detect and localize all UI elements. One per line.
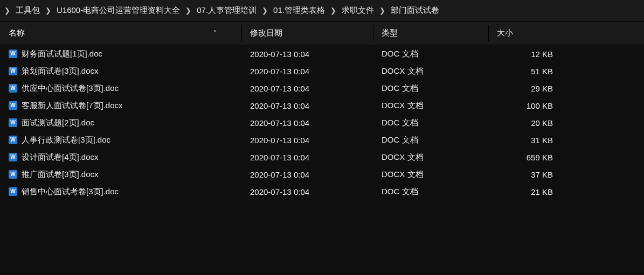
column-header-name[interactable]: 名称 ˄: [0, 22, 241, 45]
file-size: 31 KB: [488, 131, 574, 149]
file-date: 2020-07-13 0:04: [241, 114, 373, 131]
column-headers: 名称 ˄ 修改日期 类型 大小: [0, 22, 644, 45]
empty-area: [0, 200, 644, 275]
file-type: DOCX 文档: [373, 62, 488, 80]
column-header-label: 类型: [382, 28, 398, 38]
word-file-icon: W: [9, 170, 17, 179]
file-name: 推广面试卷[3页].docx: [22, 170, 99, 180]
column-header-label: 大小: [497, 28, 513, 38]
file-size: 37 KB: [488, 166, 574, 183]
word-file-icon: W: [9, 101, 17, 110]
file-date: 2020-07-13 0:04: [241, 80, 373, 97]
file-type: DOC 文档: [373, 45, 488, 62]
file-size: 29 KB: [488, 80, 574, 97]
chevron-right-icon: ❯: [262, 6, 268, 15]
breadcrumb-item[interactable]: 工具包: [16, 5, 40, 16]
file-name: 设计面试卷[4页].docx: [22, 152, 99, 163]
chevron-right-icon: ❯: [4, 6, 10, 15]
file-name: 财务面试试题[1页].doc: [22, 49, 102, 59]
column-header-label: 名称: [9, 28, 25, 38]
chevron-right-icon: ❯: [45, 6, 51, 15]
file-size: 51 KB: [488, 62, 574, 80]
file-type: DOCX 文档: [373, 166, 488, 183]
file-row[interactable]: W 推广面试卷[3页].docx 2020-07-13 0:04 DOCX 文档…: [0, 166, 644, 183]
chevron-right-icon: ❯: [379, 6, 385, 15]
word-file-icon: W: [9, 50, 17, 58]
word-file-icon: W: [9, 187, 17, 196]
file-name: 供应中心面试试卷[3页].doc: [22, 83, 119, 94]
word-file-icon: W: [9, 67, 17, 75]
word-file-icon: W: [9, 136, 17, 144]
breadcrumb[interactable]: ❯ 工具包 ❯ U1600-电商公司运营管理资料大全 ❯ 07.人事管理培训 ❯…: [0, 0, 644, 22]
sort-ascending-icon: ˄: [213, 30, 217, 37]
file-row[interactable]: W 销售中心面试考卷[3页].doc 2020-07-13 0:04 DOC 文…: [0, 183, 644, 200]
breadcrumb-item[interactable]: 07.人事管理培训: [197, 5, 257, 16]
file-name: 策划面试卷[3页].docx: [22, 66, 99, 76]
file-row[interactable]: W 客服新人面试试卷[7页].docx 2020-07-13 0:04 DOCX…: [0, 97, 644, 114]
file-type: DOCX 文档: [373, 149, 488, 166]
file-type: DOC 文档: [373, 80, 488, 97]
file-row[interactable]: W 人事行政测试卷[3页].doc 2020-07-13 0:04 DOC 文档…: [0, 131, 644, 149]
column-header-size[interactable]: 大小: [488, 22, 574, 45]
file-size: 20 KB: [488, 114, 574, 131]
file-size: 21 KB: [488, 183, 574, 200]
file-row[interactable]: W 策划面试卷[3页].docx 2020-07-13 0:04 DOCX 文档…: [0, 62, 644, 80]
breadcrumb-item[interactable]: 部门面试试卷: [391, 5, 439, 16]
breadcrumb-item[interactable]: U1600-电商公司运营管理资料大全: [57, 5, 180, 16]
chevron-right-icon: ❯: [330, 6, 336, 15]
file-date: 2020-07-13 0:04: [241, 131, 373, 149]
word-file-icon: W: [9, 153, 17, 161]
file-date: 2020-07-13 0:04: [241, 97, 373, 114]
file-size: 12 KB: [488, 45, 574, 62]
file-date: 2020-07-13 0:04: [241, 149, 373, 166]
file-row[interactable]: W 供应中心面试试卷[3页].doc 2020-07-13 0:04 DOC 文…: [0, 80, 644, 97]
file-name: 人事行政测试卷[3页].doc: [22, 135, 110, 145]
breadcrumb-item[interactable]: 01.管理类表格: [273, 5, 325, 16]
file-name: 销售中心面试考卷[3页].doc: [22, 187, 119, 197]
file-row[interactable]: W 财务面试试题[1页].doc 2020-07-13 0:04 DOC 文档 …: [0, 45, 644, 62]
file-type: DOC 文档: [373, 183, 488, 200]
file-name: 客服新人面试试卷[7页].docx: [22, 101, 123, 111]
file-list: W 财务面试试题[1页].doc 2020-07-13 0:04 DOC 文档 …: [0, 45, 644, 200]
column-header-label: 修改日期: [250, 28, 282, 38]
file-date: 2020-07-13 0:04: [241, 166, 373, 183]
column-header-type[interactable]: 类型: [373, 22, 488, 45]
file-date: 2020-07-13 0:04: [241, 45, 373, 62]
file-type: DOCX 文档: [373, 97, 488, 114]
file-date: 2020-07-13 0:04: [241, 183, 373, 200]
file-row[interactable]: W 面试测试题[2页].doc 2020-07-13 0:04 DOC 文档 2…: [0, 114, 644, 131]
breadcrumb-item[interactable]: 求职文件: [342, 5, 374, 16]
file-row[interactable]: W 设计面试卷[4页].docx 2020-07-13 0:04 DOCX 文档…: [0, 149, 644, 166]
column-header-date[interactable]: 修改日期: [241, 22, 373, 45]
file-size: 659 KB: [488, 149, 574, 166]
word-file-icon: W: [9, 118, 17, 127]
file-name: 面试测试题[2页].doc: [22, 118, 94, 128]
file-type: DOC 文档: [373, 131, 488, 149]
file-size: 100 KB: [488, 97, 574, 114]
file-date: 2020-07-13 0:04: [241, 62, 373, 80]
chevron-right-icon: ❯: [185, 6, 191, 15]
word-file-icon: W: [9, 84, 17, 93]
file-type: DOC 文档: [373, 114, 488, 131]
